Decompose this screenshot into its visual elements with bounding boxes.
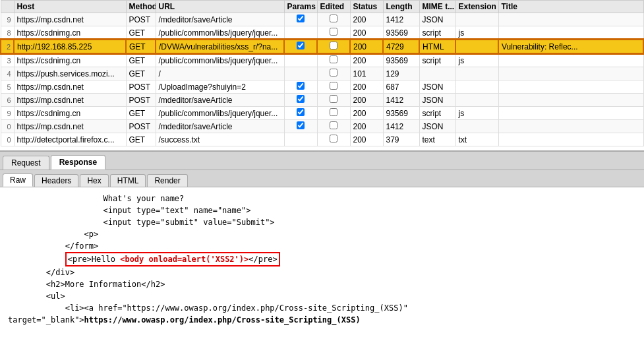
cell-length: 1412 [383,13,419,26]
cell-mime: script [419,107,455,120]
table-row[interactable]: 3https://csdnimg.cnGET/public/common/lib… [1,53,643,67]
cell-title [498,107,643,120]
table-row[interactable]: 0http://detectportal.firefox.c...GET/suc… [1,133,643,146]
cell-status: 200 [350,133,383,146]
edited-checkbox[interactable] [330,135,337,142]
cell-params[interactable] [284,80,317,94]
cell-length: 93569 [383,26,419,40]
tab-html[interactable]: HTML [110,174,146,187]
cell-edited[interactable] [317,133,350,146]
content-line: What's your name? [8,193,636,204]
cell-host: https://mp.csdn.net [14,94,126,107]
cell-params[interactable] [284,67,317,80]
params-checkbox[interactable] [297,108,305,116]
tab-raw[interactable]: Raw [3,173,33,187]
cell-host: http://detectportal.firefox.c... [14,133,126,146]
col-edited-header[interactable]: Edited [317,1,350,13]
row-num: 9 [1,107,14,120]
cell-edited[interactable] [317,94,350,107]
edited-checkbox[interactable] [330,15,337,22]
content-line: </form> [8,240,636,252]
table-row[interactable]: 0https://mp.csdn.netPOST/mdeditor/saveAr… [1,120,643,133]
cell-method: POST [126,80,156,94]
cell-url: /mdeditor/saveArticle [156,13,284,26]
edited-checkbox[interactable] [330,121,337,129]
col-status-header[interactable]: Status [350,1,383,13]
cell-params[interactable] [284,120,317,133]
content-line: target="_blank">https://www.owasp.org/in… [8,314,636,326]
app-container: Host Method URL Params Edited Status Len… [0,0,644,345]
edited-checkbox[interactable] [330,108,337,116]
cell-mime: JSON [419,120,455,133]
tab-render[interactable]: Render [147,174,187,187]
content-line: <h2>More Information</h2> [8,278,636,290]
cell-params[interactable] [284,53,317,67]
cell-edited[interactable] [317,40,350,53]
col-host-header[interactable]: Host [14,1,126,13]
col-length-header[interactable]: Length [383,1,419,13]
cell-title [498,26,643,40]
params-checkbox[interactable] [297,82,305,90]
cell-params[interactable] [284,40,317,53]
cell-status: 200 [350,80,383,94]
cell-url: /mdeditor/saveArticle [156,120,284,133]
cell-edited[interactable] [317,67,350,80]
edited-checkbox[interactable] [330,69,337,77]
table-row[interactable]: 4https://push.services.mozi...GET/101129 [1,67,643,80]
table-wrapper[interactable]: Host Method URL Params Edited Status Len… [0,0,644,152]
cell-method: GET [126,107,156,120]
cell-mime: JSON [419,80,455,94]
content-line: <pre>Hello <body onload=alert('XSS2')></… [8,252,636,267]
table-row[interactable]: 2http://192.168.85.225GET/DVWA/vulnerabi… [1,40,643,53]
edited-checkbox[interactable] [330,28,337,36]
table-row[interactable]: 9https://mp.csdn.netPOST/mdeditor/saveAr… [1,13,643,26]
params-checkbox[interactable] [297,15,305,22]
table-row[interactable]: 9https://csdnimg.cnGET/public/common/lib… [1,107,643,120]
cell-status: 200 [350,94,383,107]
edited-checkbox[interactable] [330,82,337,90]
tab-headers[interactable]: Headers [34,174,78,187]
tab-response[interactable]: Response [51,155,105,170]
cell-method: GET [126,53,156,67]
edited-checkbox[interactable] [330,42,337,49]
cell-edited[interactable] [317,13,350,26]
cell-edited[interactable] [317,53,350,67]
tab-hex[interactable]: Hex [80,174,108,187]
col-ext-header[interactable]: Extension [455,1,498,13]
cell-method: GET [126,67,156,80]
content-line: <li><a href="https://www.owasp.org/index… [8,302,636,314]
cell-mime: JSON [419,94,455,107]
edited-checkbox[interactable] [330,55,337,63]
params-checkbox[interactable] [297,42,305,49]
content-area[interactable]: What's your name? <input type="text" nam… [0,187,644,345]
cell-params[interactable] [284,13,317,26]
cell-edited[interactable] [317,107,350,120]
cell-host: https://csdnimg.cn [14,107,126,120]
cell-host: https://mp.csdn.net [14,80,126,94]
cell-extension: js [455,107,498,120]
cell-params[interactable] [284,94,317,107]
row-num: 0 [1,120,14,133]
col-method-header[interactable]: Method [126,1,156,13]
col-params-header[interactable]: Params [284,1,317,13]
cell-edited[interactable] [317,80,350,94]
col-title-header[interactable]: Title [498,1,643,13]
cell-length: 129 [383,67,419,80]
col-mime-header[interactable]: MIME t... [419,1,455,13]
cell-extension [455,67,498,80]
cell-edited[interactable] [317,120,350,133]
cell-params[interactable] [284,107,317,120]
col-url-header[interactable]: URL [156,1,284,13]
table-row[interactable]: 5https://mp.csdn.netPOST/UploadImage?shu… [1,80,643,94]
edited-checkbox[interactable] [330,95,337,103]
table-row[interactable]: 8https://csdnimg.cnGET/public/common/lib… [1,26,643,40]
cell-params[interactable] [284,133,317,146]
tab-request[interactable]: Request [3,156,49,170]
cell-length: 1412 [383,94,419,107]
cell-url: /success.txt [156,133,284,146]
params-checkbox[interactable] [297,95,305,103]
cell-edited[interactable] [317,26,350,40]
table-row[interactable]: 6https://mp.csdn.netPOST/mdeditor/saveAr… [1,94,643,107]
cell-params[interactable] [284,26,317,40]
params-checkbox[interactable] [297,121,305,129]
